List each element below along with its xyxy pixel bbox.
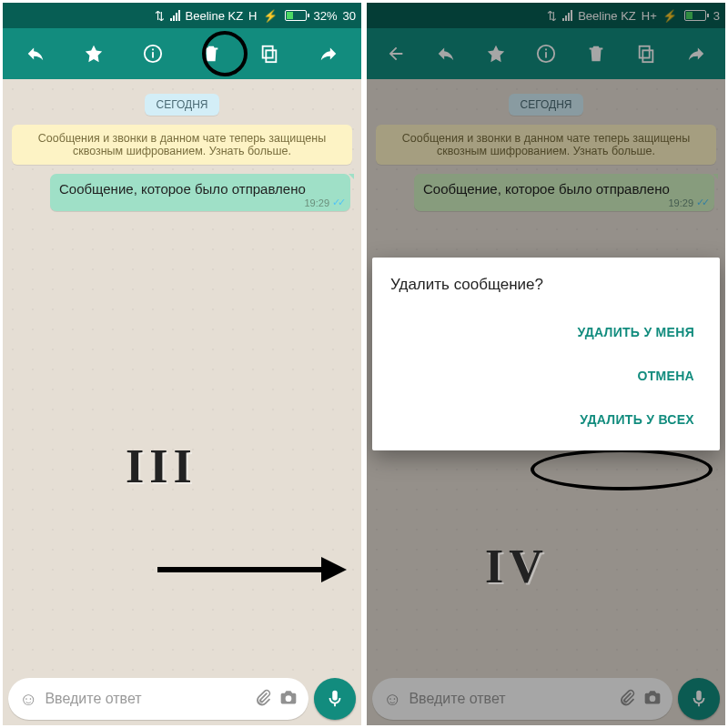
message-meta: 19:29 ✓✓ bbox=[304, 197, 343, 208]
mic-button[interactable] bbox=[678, 678, 720, 720]
message-meta: 19:29 ✓✓ bbox=[668, 197, 707, 208]
input-placeholder: Введите ответ bbox=[45, 691, 247, 707]
delete-dialog: Удалить сообщение? УДАЛИТЬ У МЕНЯ ОТМЕНА… bbox=[372, 258, 720, 450]
status-bar: ⇅ Beeline KZ H ⚡ 32% 30 bbox=[3, 3, 361, 28]
message-text: Сообщение, которое было отправлено bbox=[59, 181, 341, 197]
read-ticks-icon: ✓✓ bbox=[332, 197, 343, 208]
battery-icon bbox=[285, 10, 307, 21]
emoji-icon[interactable]: ☺ bbox=[19, 689, 37, 710]
network-type: H+ bbox=[642, 9, 657, 23]
message-text: Сообщение, которое было отправлено bbox=[423, 181, 705, 197]
message-input[interactable]: ☺ Введите ответ bbox=[8, 678, 308, 720]
star-icon[interactable] bbox=[478, 35, 514, 72]
screenshot-step-4: ⇅ Beeline KZ H+ ⚡ 3 СЕГОДНЯ Сообщения и … bbox=[364, 0, 728, 728]
cancel-button[interactable]: ОТМЕНА bbox=[631, 356, 702, 396]
copy-icon[interactable] bbox=[628, 35, 664, 72]
emoji-icon[interactable]: ☺ bbox=[383, 689, 401, 710]
dialog-title: Удалить сообщение? bbox=[390, 276, 702, 294]
charging-icon: ⚡ bbox=[263, 9, 278, 23]
svg-rect-1 bbox=[152, 52, 154, 57]
message-input-bar: ☺ Введите ответ bbox=[372, 678, 720, 720]
message-time: 19:29 bbox=[304, 197, 329, 208]
updown-icon: ⇅ bbox=[155, 9, 165, 23]
network-type: H bbox=[248, 9, 257, 23]
svg-rect-2 bbox=[152, 49, 154, 51]
info-icon[interactable] bbox=[528, 35, 564, 72]
signal-icon bbox=[170, 10, 180, 21]
reply-icon[interactable] bbox=[17, 35, 54, 72]
encryption-banner[interactable]: Сообщения и звонки в данном чате теперь … bbox=[12, 125, 352, 165]
trash-icon[interactable] bbox=[193, 35, 229, 72]
date-chip: СЕГОДНЯ bbox=[372, 94, 720, 116]
back-icon[interactable] bbox=[378, 35, 414, 72]
charging-icon: ⚡ bbox=[662, 9, 677, 23]
encryption-banner[interactable]: Сообщения и звонки в данном чате теперь … bbox=[376, 125, 716, 165]
attach-icon[interactable] bbox=[254, 688, 272, 710]
camera-icon[interactable] bbox=[279, 688, 298, 710]
message-input-bar: ☺ Введите ответ bbox=[8, 678, 356, 720]
svg-rect-7 bbox=[545, 49, 547, 51]
selection-toolbar bbox=[3, 28, 361, 79]
trash-icon[interactable] bbox=[578, 35, 614, 72]
read-ticks-icon: ✓✓ bbox=[696, 197, 707, 208]
camera-icon[interactable] bbox=[643, 688, 662, 710]
battery-percent: 32% bbox=[314, 9, 338, 23]
step-label-3: III bbox=[126, 440, 197, 493]
svg-rect-9 bbox=[640, 46, 650, 58]
svg-rect-8 bbox=[643, 50, 653, 62]
arrow-icon bbox=[157, 567, 321, 572]
forward-icon[interactable] bbox=[310, 35, 347, 72]
screenshot-step-3: ⇅ Beeline KZ H ⚡ 32% 30 СЕГОДНЯ Сообщени… bbox=[0, 0, 364, 728]
message-input[interactable]: ☺ Введите ответ bbox=[372, 678, 672, 720]
svg-rect-6 bbox=[545, 52, 547, 57]
mic-button[interactable] bbox=[314, 678, 356, 720]
updown-icon: ⇅ bbox=[547, 9, 557, 23]
delete-for-me-button[interactable]: УДАЛИТЬ У МЕНЯ bbox=[570, 312, 702, 352]
attach-icon[interactable] bbox=[618, 688, 636, 710]
signal-icon bbox=[562, 10, 572, 21]
svg-rect-3 bbox=[267, 50, 277, 62]
dialog-actions: УДАЛИТЬ У МЕНЯ ОТМЕНА УДАЛИТЬ У ВСЕХ bbox=[390, 312, 702, 440]
delete-for-all-button[interactable]: УДАЛИТЬ У ВСЕХ bbox=[572, 399, 702, 440]
reply-icon[interactable] bbox=[428, 35, 464, 72]
status-trailing: 3 bbox=[713, 9, 720, 23]
carrier-label: Beeline KZ bbox=[578, 9, 636, 23]
forward-icon[interactable] bbox=[678, 35, 714, 72]
carrier-label: Beeline KZ bbox=[186, 9, 244, 23]
svg-rect-4 bbox=[263, 46, 273, 58]
step-label-4: IV bbox=[485, 540, 549, 593]
message-time: 19:29 bbox=[668, 197, 693, 208]
battery-icon bbox=[684, 10, 706, 21]
input-placeholder: Введите ответ bbox=[409, 691, 611, 707]
selection-toolbar bbox=[367, 28, 725, 79]
status-trailing: 30 bbox=[343, 9, 356, 23]
chat-content: СЕГОДНЯ Сообщения и звонки в данном чате… bbox=[3, 79, 361, 220]
star-icon[interactable] bbox=[76, 35, 112, 72]
message-bubble[interactable]: Сообщение, которое было отправлено 19:29… bbox=[414, 174, 714, 211]
chat-content: СЕГОДНЯ Сообщения и звонки в данном чате… bbox=[367, 79, 725, 220]
date-chip: СЕГОДНЯ bbox=[8, 94, 356, 116]
message-bubble[interactable]: Сообщение, которое было отправлено 19:29… bbox=[50, 174, 350, 211]
copy-icon[interactable] bbox=[251, 35, 288, 72]
info-icon[interactable] bbox=[135, 35, 171, 72]
status-bar: ⇅ Beeline KZ H+ ⚡ 3 bbox=[367, 3, 725, 28]
